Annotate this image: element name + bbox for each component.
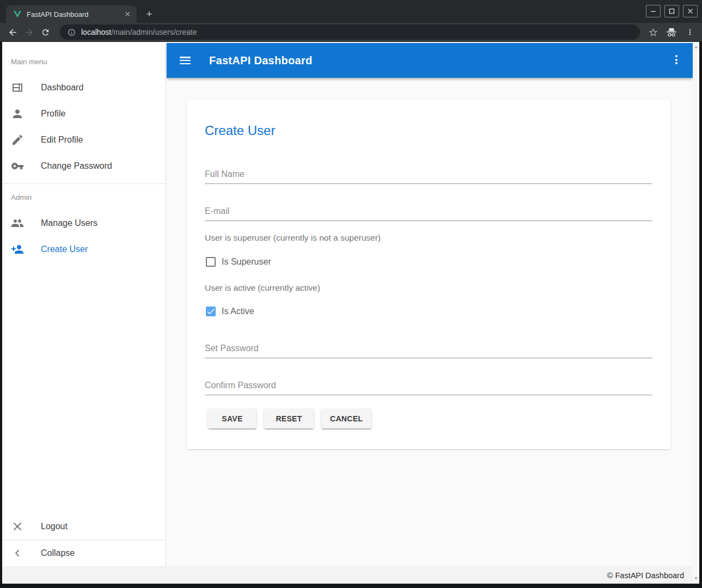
sidebar-header-main-menu: Main menu [2, 48, 166, 75]
chevron-left-icon [11, 547, 24, 560]
person-icon [11, 107, 24, 120]
sidebar-header-admin: Admin [2, 184, 166, 210]
browser-menu-icon[interactable] [683, 26, 697, 39]
reload-button[interactable] [37, 24, 53, 40]
app-toolbar: FastAPI Dashboard [167, 43, 693, 78]
sidebar-item-create-user[interactable]: Create User [2, 236, 166, 262]
sidebar-item-label: Create User [41, 244, 88, 254]
cancel-button[interactable]: CANCEL [321, 409, 371, 428]
address-bar[interactable]: localhost/main/admin/users/create [60, 24, 640, 40]
tab-close-icon[interactable]: ✕ [123, 9, 132, 19]
scrollbar-down-icon[interactable] [694, 576, 698, 580]
browser-titlebar: FastAPI Dashboard ✕ + [0, 0, 702, 23]
confirm-password-field-wrap [205, 381, 652, 395]
back-button[interactable] [4, 24, 21, 40]
full-name-input[interactable] [205, 169, 652, 183]
full-name-field-wrap [205, 169, 652, 184]
is-superuser-label: Is Superuser [222, 257, 271, 267]
confirm-password-input[interactable] [205, 381, 652, 395]
close-window-button[interactable] [683, 5, 698, 17]
scrollbar-up-icon[interactable] [694, 45, 698, 50]
site-info-icon[interactable] [68, 28, 76, 36]
sidebar: Main menu Dashboard Profile Edit Profile [2, 42, 166, 566]
tab-title: FastAPI Dashboard [27, 10, 123, 19]
browser-tab[interactable]: FastAPI Dashboard ✕ [6, 5, 137, 23]
maximize-button[interactable] [664, 5, 679, 17]
people-icon [11, 217, 24, 230]
footer-text: © FastAPI Dashboard [607, 571, 684, 580]
superuser-hint: User is superuser (currently is not a su… [205, 234, 381, 242]
sidebar-item-dashboard[interactable]: Dashboard [2, 75, 166, 101]
forward-button[interactable] [21, 24, 37, 40]
hamburger-menu-icon[interactable] [180, 57, 191, 64]
kebab-menu-icon[interactable] [675, 55, 677, 64]
set-password-input[interactable] [205, 344, 652, 358]
sidebar-item-label: Change Password [41, 161, 112, 171]
sidebar-item-label: Edit Profile [41, 135, 83, 145]
sidebar-item-logout[interactable]: Logout [2, 513, 166, 540]
save-button[interactable]: SAVE [208, 409, 257, 428]
pencil-icon [11, 133, 24, 146]
vue-logo-icon [14, 11, 21, 18]
sidebar-item-manage-users[interactable]: Manage Users [2, 210, 166, 236]
email-input[interactable] [205, 206, 652, 220]
sidebar-item-edit-profile[interactable]: Edit Profile [2, 127, 166, 153]
new-tab-button[interactable]: + [143, 8, 156, 21]
is-active-label: Is Active [222, 307, 254, 316]
sidebar-item-collapse[interactable]: Collapse [2, 540, 166, 566]
page-scrollbar[interactable] [693, 42, 699, 584]
sidebar-item-label: Profile [41, 109, 65, 119]
logout-x-icon [11, 520, 24, 533]
active-checkbox-row: Is Active [206, 306, 254, 317]
app-title: FastAPI Dashboard [209, 54, 313, 67]
form-title: Create User [205, 123, 275, 138]
minimize-button[interactable] [646, 5, 661, 17]
main-content: FastAPI Dashboard Create User User is su… [167, 42, 693, 566]
bookmark-star-icon[interactable] [646, 26, 660, 39]
page-footer: © FastAPI Dashboard [2, 566, 693, 584]
browser-toolbar: localhost/main/admin/users/create [0, 23, 702, 42]
person-add-icon [11, 243, 24, 256]
active-hint: User is active (currently active) [205, 284, 320, 292]
superuser-checkbox-row: Is Superuser [206, 256, 271, 267]
sidebar-item-label: Dashboard [41, 83, 83, 93]
set-password-field-wrap [205, 344, 652, 358]
is-active-checkbox[interactable] [206, 307, 216, 316]
is-superuser-checkbox[interactable] [206, 257, 216, 267]
key-icon [11, 160, 24, 173]
sidebar-item-change-password[interactable]: Change Password [2, 153, 166, 179]
sidebar-item-label: Logout [41, 522, 68, 531]
page-viewport: Main menu Dashboard Profile Edit Profile [2, 42, 699, 584]
sidebar-item-label: Collapse [41, 548, 75, 558]
email-field-wrap [205, 206, 652, 221]
dashboard-icon [11, 81, 24, 94]
sidebar-item-profile[interactable]: Profile [2, 101, 166, 127]
sidebar-item-label: Manage Users [41, 218, 97, 228]
incognito-icon [665, 26, 678, 39]
url-text: localhost/main/admin/users/create [81, 28, 197, 36]
create-user-card: Create User User is superuser (currently… [187, 100, 670, 449]
reset-button[interactable]: RESET [264, 409, 314, 428]
